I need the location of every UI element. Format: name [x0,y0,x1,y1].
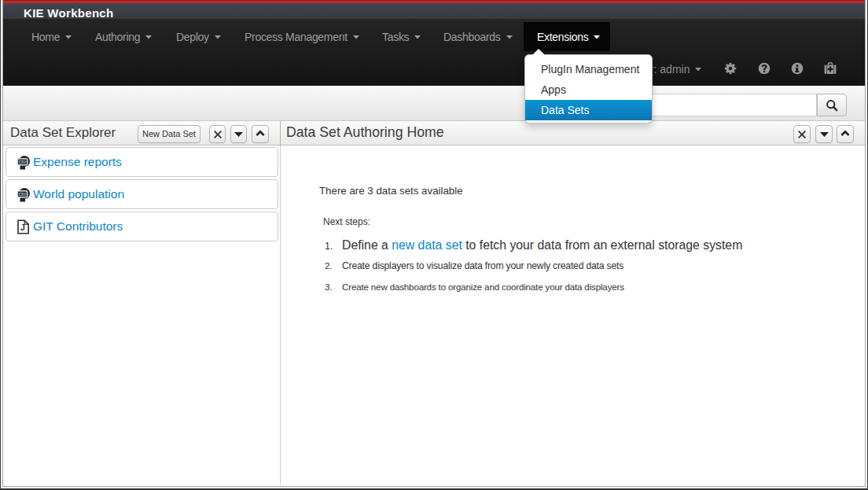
svg-text:CSV: CSV [19,160,27,164]
svg-text:CSV: CSV [19,193,27,197]
svg-text:J: J [20,223,25,232]
